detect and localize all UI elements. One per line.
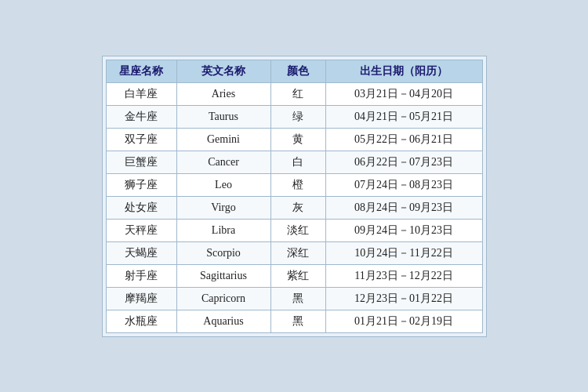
cell-english: Capricorn xyxy=(176,287,270,310)
cell-date: 01月21日－02月19日 xyxy=(325,310,482,332)
header-date: 出生日期（阳历） xyxy=(325,60,482,82)
cell-chinese: 射手座 xyxy=(106,264,176,287)
cell-color: 紫红 xyxy=(270,264,325,287)
cell-chinese: 巨蟹座 xyxy=(106,151,176,173)
cell-date: 07月24日－08月23日 xyxy=(325,173,482,196)
zodiac-table: 星座名称 英文名称 颜色 出生日期（阳历） 白羊座Aries红03月21日－04… xyxy=(106,60,483,333)
cell-chinese: 白羊座 xyxy=(106,82,176,105)
table-row: 金牛座Taurus绿04月21日－05月21日 xyxy=(106,105,482,128)
cell-chinese: 金牛座 xyxy=(106,105,176,128)
cell-chinese: 天秤座 xyxy=(106,219,176,241)
table-row: 摩羯座Capricorn黑12月23日－01月22日 xyxy=(106,287,482,310)
table-row: 白羊座Aries红03月21日－04月20日 xyxy=(106,82,482,105)
table-header-row: 星座名称 英文名称 颜色 出生日期（阳历） xyxy=(106,60,482,82)
cell-date: 06月22日－07月23日 xyxy=(325,151,482,173)
cell-color: 白 xyxy=(270,151,325,173)
cell-color: 深红 xyxy=(270,241,325,264)
cell-chinese: 处女座 xyxy=(106,196,176,219)
cell-date: 09月24日－10月23日 xyxy=(325,219,482,241)
cell-chinese: 水瓶座 xyxy=(106,310,176,332)
zodiac-table-container: 星座名称 英文名称 颜色 出生日期（阳历） 白羊座Aries红03月21日－04… xyxy=(102,56,487,337)
cell-color: 黄 xyxy=(270,128,325,151)
cell-english: Taurus xyxy=(176,105,270,128)
table-row: 射手座Sagittarius紫红11月23日－12月22日 xyxy=(106,264,482,287)
table-row: 水瓶座Aquarius黑01月21日－02月19日 xyxy=(106,310,482,332)
cell-date: 12月23日－01月22日 xyxy=(325,287,482,310)
cell-chinese: 双子座 xyxy=(106,128,176,151)
cell-english: Leo xyxy=(176,173,270,196)
cell-english: Gemini xyxy=(176,128,270,151)
table-row: 处女座Virgo灰08月24日－09月23日 xyxy=(106,196,482,219)
cell-english: Scorpio xyxy=(176,241,270,264)
cell-color: 黑 xyxy=(270,287,325,310)
cell-date: 03月21日－04月20日 xyxy=(325,82,482,105)
cell-english: Sagittarius xyxy=(176,264,270,287)
cell-english: Aquarius xyxy=(176,310,270,332)
cell-english: Libra xyxy=(176,219,270,241)
table-row: 巨蟹座Cancer白06月22日－07月23日 xyxy=(106,151,482,173)
cell-english: Virgo xyxy=(176,196,270,219)
cell-date: 08月24日－09月23日 xyxy=(325,196,482,219)
cell-color: 绿 xyxy=(270,105,325,128)
cell-color: 黑 xyxy=(270,310,325,332)
header-chinese: 星座名称 xyxy=(106,60,176,82)
table-row: 狮子座Leo橙07月24日－08月23日 xyxy=(106,173,482,196)
cell-color: 灰 xyxy=(270,196,325,219)
cell-color: 红 xyxy=(270,82,325,105)
table-row: 天蝎座Scorpio深红10月24日－11月22日 xyxy=(106,241,482,264)
cell-chinese: 天蝎座 xyxy=(106,241,176,264)
table-row: 天秤座Libra淡红09月24日－10月23日 xyxy=(106,219,482,241)
cell-date: 04月21日－05月21日 xyxy=(325,105,482,128)
header-english: 英文名称 xyxy=(176,60,270,82)
cell-chinese: 摩羯座 xyxy=(106,287,176,310)
cell-color: 橙 xyxy=(270,173,325,196)
cell-date: 10月24日－11月22日 xyxy=(325,241,482,264)
cell-chinese: 狮子座 xyxy=(106,173,176,196)
header-color: 颜色 xyxy=(270,60,325,82)
cell-color: 淡红 xyxy=(270,219,325,241)
cell-english: Cancer xyxy=(176,151,270,173)
cell-date: 11月23日－12月22日 xyxy=(325,264,482,287)
cell-date: 05月22日－06月21日 xyxy=(325,128,482,151)
cell-english: Aries xyxy=(176,82,270,105)
table-row: 双子座Gemini黄05月22日－06月21日 xyxy=(106,128,482,151)
